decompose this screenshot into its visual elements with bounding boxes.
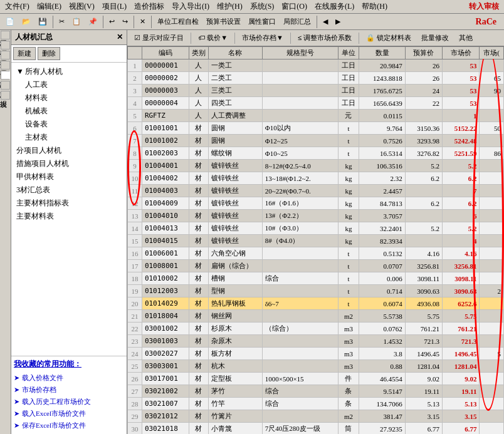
toolbar-cut[interactable]: ✂	[56, 16, 68, 28]
tab-reports[interactable]: 报表	[1, 91, 10, 100]
table-row[interactable]: 7 01001002 材 圆钢 Φ12~25 t 0.7526 3293.98 …	[128, 135, 504, 147]
toolbar-undo[interactable]: ↩	[106, 16, 118, 28]
btn-market-archive[interactable]: 市场价存档▼	[238, 31, 288, 44]
table-row[interactable]: 6 01001001 材 圆钢 Φ10以内 t 9.764 3150.36 51…	[128, 122, 504, 135]
quick-func-load-history[interactable]: ➤载入历史工程市场价文	[14, 396, 124, 408]
btn-adjust-market[interactable]: ≤ 调整市场价系数	[293, 31, 356, 44]
tab-other-items[interactable]: 其他项目	[1, 61, 10, 70]
tree-all[interactable]: ▼ 所有人材机	[14, 65, 124, 78]
table-row[interactable]: 8 01002003 材 螺纹钢 Φ10~25 t 16.5314 3276.8…	[128, 147, 504, 160]
table-container[interactable]: 编码 类别 名称 规格型号 单位 数量 预算价 市场价 市场( 1 000000…	[127, 46, 504, 434]
tree-item-measures-rcj[interactable]: 措施项目人材机	[14, 157, 124, 170]
menu-edit[interactable]: 编辑(E)	[33, 0, 65, 13]
toolbar-save[interactable]: 💾	[35, 16, 50, 28]
btn-lock-mat[interactable]: 🔒 锁定材料表	[362, 31, 416, 44]
toolbar-redo[interactable]: ↪	[119, 16, 131, 28]
table-row[interactable]: 9 01004001 材 镀锌铁丝 8~12#(Φ2.5~4.0 kg 106.…	[128, 160, 504, 172]
tab-itemized[interactable]: 分部分项	[1, 41, 10, 49]
cell-budget: 3276.82	[405, 147, 442, 160]
btn-load-price[interactable]: 🏷 载价▼	[194, 31, 232, 44]
panel-delete-btn[interactable]: 删除	[38, 47, 60, 60]
cell-market2	[480, 160, 504, 172]
toolbar-unit-check[interactable]: 单位工程自检	[154, 15, 202, 28]
quick-func-market-archive[interactable]: ➤市场价存档	[14, 384, 124, 396]
tree-item-main-mat-table[interactable]: 主要材料表	[14, 210, 124, 223]
quick-func-load-price[interactable]: ➤载入价格文件	[14, 372, 124, 384]
panel-new-btn[interactable]: 新建	[13, 47, 36, 60]
menu-import-export[interactable]: 导入导出(I)	[168, 0, 213, 13]
tree-item-main-mat-index[interactable]: 主要材料指标表	[14, 197, 124, 210]
tree-item-material[interactable]: 材料表	[23, 91, 124, 105]
table-row[interactable]: 21 01018004 材 钢丝网 m2 5.5738 5.75 5.75	[128, 310, 504, 323]
toolbar-paste[interactable]: 📌	[85, 16, 100, 28]
toolbar-property[interactable]: 属性窗口	[245, 15, 279, 28]
table-row[interactable]: 25 03003001 材 杭木 m3 0.88 1281.04 1281.04	[128, 360, 504, 373]
toolbar-copy[interactable]: 📋	[69, 16, 84, 28]
tree-item-3mat-summary[interactable]: 3材汇总表	[14, 183, 124, 197]
toolbar-nav-next[interactable]: ▶	[332, 16, 344, 28]
table-row[interactable]: 16 01006001 材 六角空心钢 t 0.5132 4.16 4.16	[128, 247, 504, 260]
table-row[interactable]: 1 00000001 人 一类工 工日 20.9847 26 53	[128, 59, 504, 72]
table-row[interactable]: 4 00000004 人 四类工 工日 1656.6439 22 53	[128, 97, 504, 110]
tree-item-employer-supply[interactable]: 甲供材料表	[14, 170, 124, 183]
toolbar-open[interactable]: 📂	[19, 16, 34, 28]
table-row[interactable]: 17 01008001 材 扁钢（综合） t 0.0707 3256.81 32…	[128, 260, 504, 272]
tree-item-machine[interactable]: 机械表	[23, 105, 124, 118]
btn-batch-modify[interactable]: 批量修改	[417, 31, 453, 44]
tree-item-mainmat[interactable]: 主材表	[23, 131, 124, 144]
btn-other[interactable]: 其他	[454, 31, 477, 44]
table-row[interactable]: 5 RGFTZ 人 人工费调整 元 0.0115 1	[128, 110, 504, 122]
menu-cost-index[interactable]: 造价指标	[130, 0, 168, 13]
toolbar-new[interactable]: 📄	[3, 16, 18, 28]
table-row[interactable]: 20 01014029 材 热轧厚钢板 δ6~7 t 0.6074 4936.0…	[128, 297, 504, 310]
table-row[interactable]: 10 01004002 材 镀锌铁丝 13~18#(Φ1.2~2. kg 2.3…	[128, 172, 504, 185]
table-row[interactable]: 23 03001003 材 杂原木 m3 1.4532 721.3 721.3	[128, 335, 504, 348]
tab-measures[interactable]: 措施项目	[1, 51, 10, 59]
menu-system[interactable]: 系统(S)	[246, 0, 278, 13]
cell-qty: 20.9847	[359, 59, 405, 72]
table-row[interactable]: 19 01012003 材 型钢 t 0.714 3090.63 3090.63…	[128, 285, 504, 297]
table-row[interactable]: 3 00000003 人 三类工 工日 1765.6725 24 53 90	[128, 85, 504, 97]
menu-view[interactable]: 视图(V)	[65, 0, 98, 13]
btn-display-sub[interactable]: ☑ 显示对应子目	[130, 31, 188, 44]
menu-review[interactable]: 转入审核	[465, 0, 503, 13]
table-row[interactable]: 28 03021007 材 竹竿 综合 条 134.7066 5.13 5.13	[128, 398, 504, 410]
tree-item-worker[interactable]: 人工表	[23, 78, 124, 91]
tab-rencaiji[interactable]: 人材机汇总	[1, 71, 10, 80]
table-row[interactable]: 13 01004010 材 镀锌铁丝 13#（Φ2.2） kg 3.7057 6	[128, 210, 504, 222]
quick-func-save-excel[interactable]: ➤保存Excel市场价文件	[14, 420, 124, 431]
toolbar-delete[interactable]: ✕	[137, 16, 149, 28]
tab-project-overview[interactable]: 工程概况	[1, 31, 10, 39]
menu-maintain[interactable]: 维护(H)	[213, 0, 246, 13]
cell-code: 01004001	[142, 160, 189, 172]
toolbar-nav-prev[interactable]: ◀	[320, 16, 331, 28]
toolbar-local-summary[interactable]: 局部汇总	[280, 15, 314, 28]
cell-spec: 8#（Φ4.0）	[262, 235, 338, 247]
panel-close-btn[interactable]: ✕	[117, 33, 123, 42]
cell-rownum: 16	[128, 247, 142, 260]
table-row[interactable]: 2 00000002 人 二类工 工日 1243.8818 26 53 65	[128, 72, 504, 85]
menu-help[interactable]: 帮助(H)	[358, 0, 391, 13]
table-row[interactable]: 22 03001002 材 杉原木 （综合） m3 0.0762 761.21 …	[128, 323, 504, 335]
table-row[interactable]: 26 03017001 材 定型板 1000×500×15 件 46.4554 …	[128, 373, 504, 385]
toolbar-budget-settings[interactable]: 预算书设置	[203, 15, 244, 28]
quick-func-load-excel[interactable]: ➤载入Excel市场价文件	[14, 408, 124, 420]
table-row[interactable]: 12 01004009 材 镀锌铁丝 16#（Φ1.6） kg 84.7813 …	[128, 197, 504, 210]
menu-file[interactable]: 文件(F)	[1, 0, 33, 13]
table-row[interactable]: 18 01010002 材 槽钢 综合 t 0.006 3098.11 3098…	[128, 272, 504, 285]
tree-item-subproject[interactable]: 分项目人材机	[14, 144, 124, 157]
menu-project[interactable]: 项目(L)	[98, 0, 130, 13]
table-row[interactable]: 14 01004013 材 镀锌铁丝 10#（Φ3.0） kg 32.2401 …	[128, 222, 504, 235]
menu-window[interactable]: 窗口(O)	[278, 0, 311, 13]
table-row[interactable]: 15 01004015 材 镀锌铁丝 8#（Φ4.0） kg 82.3934 4	[128, 235, 504, 247]
cell-unit: t	[338, 285, 359, 297]
table-row[interactable]: 11 01004003 材 镀锌铁丝 20~22#(Φ0.7~0. kg 2.4…	[128, 185, 504, 197]
tree-item-equipment[interactable]: 设备表	[23, 118, 124, 131]
table-row[interactable]: 24 03002027 材 板方材 m3 3.8 1496.45 1496.45…	[128, 348, 504, 360]
table-row[interactable]: 30 03021018 材 小青篾 7尺40压280皮一级 筒 27.9235 …	[128, 423, 504, 435]
tab-costs[interactable]: 费用汇总	[1, 81, 10, 90]
menu-online[interactable]: 在线服务(L)	[311, 0, 358, 13]
table-row[interactable]: 27 03021002 材 茅竹 综合 条 9.5147 19.11 19.11	[128, 385, 504, 398]
table-row[interactable]: 29 03021012 材 竹篱片 m2 381.47 3.15 3.15	[128, 410, 504, 423]
cell-budget: 6.77	[405, 423, 442, 435]
